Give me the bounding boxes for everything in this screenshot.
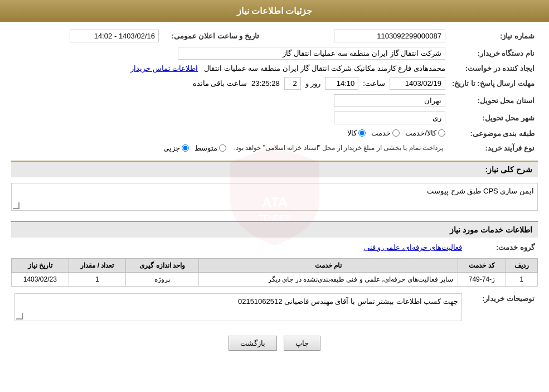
category-label: طبقه بندی موضوعی: [449, 127, 538, 141]
table-row: 1 ز-74-749 سایر فعالیت‌های حرفه‌ای، علمی… [12, 273, 538, 287]
service-group-value[interactable]: فعالیت‌های حرفه‌ای، علمی و فنی [364, 243, 462, 251]
col-row: ردیف [506, 259, 537, 273]
back-button[interactable]: بازگشت [229, 336, 277, 351]
deadline-days-label: روز و [305, 79, 321, 88]
requester-label: نام دستگاه خریدار: [449, 45, 538, 62]
creator-label: ایجاد کننده در خواست: [449, 62, 538, 75]
row-date: 1403/02/23 [12, 273, 69, 287]
row-number: 1 [506, 273, 537, 287]
deadline-remaining: 23:25:28 [251, 79, 280, 88]
services-section-title: اطلاعات خدمات مورد نیاز [11, 221, 538, 238]
creator-value: محمدهادی فارغ کارمند مکانیک شرکت انتقال … [204, 64, 445, 72]
row-code: ز-74-749 [458, 273, 506, 287]
deadline-date: 1403/02/19 [390, 77, 445, 90]
buyer-notes-box: جهت کسب اطلاعات بیشتر تماس با آقای مهندس… [14, 293, 462, 321]
service-group-label: گروه خدمت: [465, 241, 538, 254]
description-box: ایمن سازی CPS طبق شرح پیوست [11, 183, 538, 211]
province-value: تهران [334, 94, 445, 107]
purchase-type-radio-group: پرداخت تمام یا بخشی از مبلغ خریدار از مح… [163, 143, 445, 153]
row-service-name: سایر فعالیت‌های حرفه‌ای، علمی و فنی طبقه… [199, 273, 458, 287]
resize-handle[interactable] [13, 202, 20, 209]
deadline-days: 2 [284, 77, 301, 90]
announcement-value: 1403/02/16 - 14:02 [70, 30, 159, 42]
row-unit: پروژه [126, 273, 199, 287]
need-number-label: شماره نیاز: [449, 27, 538, 45]
deadline-time-label: ساعت: [363, 79, 385, 88]
province-label: استان محل تحویل: [449, 92, 538, 109]
buyer-notes-table: توصیحات خریدار: جهت کسب اطلاعات بیشتر تم… [11, 291, 538, 323]
button-bar: چاپ بازگشت [11, 328, 538, 356]
category-option-goods-service[interactable]: کالا/خدمت [405, 129, 445, 137]
buyer-notes-value: جهت کسب اطلاعات بیشتر تماس با آقای مهندس… [238, 297, 458, 306]
service-group-table: گروه خدمت: فعالیت‌های حرفه‌ای، علمی و فن… [11, 241, 538, 254]
purchase-note: پرداخت تمام یا بخشی از مبلغ خریدار از مح… [232, 143, 445, 153]
col-code: کد خدمت [458, 259, 506, 273]
category-option-service[interactable]: خدمت [371, 129, 400, 137]
buyer-notes-resize[interactable] [16, 313, 23, 320]
category-radio-group: کالا/خدمت خدمت کالا [347, 129, 445, 137]
col-quantity: تعداد / مقدار [69, 259, 126, 273]
col-date: تاریخ نیاز [12, 259, 69, 273]
city-value: ری [334, 112, 445, 124]
row-quantity: 1 [69, 273, 126, 287]
requester-value: شرکت انتقال گاز ایران منطقه سه عملیات ان… [178, 47, 445, 60]
need-number-value: 1103092299000087 [334, 30, 445, 42]
contact-link[interactable]: اطلاعات تماس خریدار [130, 64, 198, 72]
col-unit: واحد اندازه گیری [126, 259, 199, 273]
announcement-label: تاریخ و ساعت اعلان عمومی: [162, 27, 263, 45]
deadline-remaining-label: ساعت باقی مانده [193, 79, 247, 88]
description-section-title: شرح کلی نیاز: [11, 161, 538, 177]
category-option-goods[interactable]: کالا [347, 129, 366, 137]
info-table: شماره نیاز: 1103092299000087 تاریخ و ساع… [11, 27, 538, 155]
description-value: ایمن سازی CPS طبق شرح پیوست [427, 187, 534, 195]
city-label: شهر محل تحویل: [449, 109, 538, 127]
purchase-type-minor[interactable]: جزیی [163, 143, 189, 153]
services-table: ردیف کد خدمت نام خدمت واحد اندازه گیری ت… [11, 258, 538, 287]
deadline-label: مهلت ارسال پاسخ: تا تاریخ: [449, 75, 538, 92]
col-name: نام خدمت [199, 259, 458, 273]
page-title: جزئیات اطلاعات نیاز [237, 6, 313, 16]
purchase-type-medium[interactable]: متوسط [195, 143, 226, 153]
print-button[interactable]: چاپ [284, 336, 320, 351]
buyer-notes-label: توصیحات خریدار: [465, 291, 538, 323]
deadline-time: 14:10 [325, 77, 358, 90]
page-header: جزئیات اطلاعات نیاز [0, 0, 549, 22]
purchase-type-label: نوع فرآیند خرید: [449, 141, 538, 155]
